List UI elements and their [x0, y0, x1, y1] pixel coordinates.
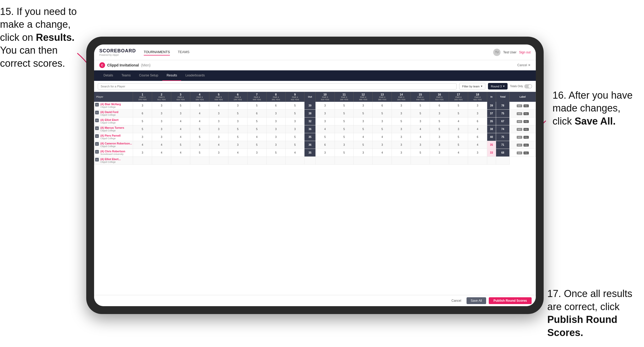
- score-cell[interactable]: [228, 157, 247, 165]
- score-hole-5[interactable]: 3: [209, 125, 228, 133]
- score-hole-5[interactable]: 3: [209, 110, 228, 117]
- score-hole-3[interactable]: 5: [171, 102, 190, 110]
- score-hole-14[interactable]: 5: [392, 117, 411, 125]
- score-hole-10[interactable]: 3: [315, 149, 335, 157]
- score-hole-3[interactable]: 4: [171, 125, 190, 133]
- score-hole-17[interactable]: 3: [449, 125, 468, 133]
- score-hole-15[interactable]: 3: [411, 117, 430, 125]
- score-hole-18[interactable]: 4: [468, 125, 487, 133]
- score-hole-16[interactable]: 5: [430, 117, 449, 125]
- search-input[interactable]: [98, 83, 457, 89]
- score-hole-18[interactable]: 4: [468, 141, 487, 149]
- score-hole-12[interactable]: 3: [354, 149, 373, 157]
- score-cell[interactable]: [247, 157, 266, 165]
- score-hole-10[interactable]: 6: [315, 141, 335, 149]
- score-hole-7[interactable]: 6: [247, 110, 266, 117]
- score-hole-15[interactable]: 5: [411, 102, 430, 110]
- score-cell[interactable]: [487, 157, 496, 165]
- score-hole-13[interactable]: 3: [373, 141, 392, 149]
- dq-button[interactable]: DQ: [524, 128, 529, 131]
- score-hole-2[interactable]: 4: [152, 141, 171, 149]
- score-hole-5[interactable]: 4: [209, 141, 228, 149]
- dq-button[interactable]: DQ: [524, 136, 529, 139]
- score-hole-9[interactable]: 5: [285, 110, 304, 117]
- score-hole-17[interactable]: 5: [449, 102, 468, 110]
- score-hole-18[interactable]: 3: [468, 149, 487, 157]
- score-hole-8[interactable]: 5: [266, 149, 285, 157]
- score-hole-14[interactable]: 3: [392, 149, 411, 157]
- score-hole-13[interactable]: 3: [373, 117, 392, 125]
- score-hole-8[interactable]: 3: [266, 110, 285, 117]
- save-all-button[interactable]: Save All: [467, 297, 486, 304]
- score-hole-16[interactable]: 3: [430, 110, 449, 117]
- score-hole-13[interactable]: 4: [373, 133, 392, 141]
- dq-button[interactable]: DQ: [524, 120, 529, 123]
- score-hole-2[interactable]: 3: [152, 102, 171, 110]
- score-hole-3[interactable]: 3: [171, 110, 190, 117]
- sign-out-link[interactable]: Sign out: [519, 51, 531, 54]
- publish-round-scores-button[interactable]: Publish Round Scores: [489, 297, 532, 304]
- score-hole-15[interactable]: 5: [411, 110, 430, 117]
- score-hole-13[interactable]: 4: [373, 149, 392, 157]
- score-hole-6[interactable]: 5: [228, 133, 247, 141]
- score-cell[interactable]: [304, 157, 315, 165]
- score-hole-4[interactable]: 3: [190, 141, 209, 149]
- tab-leaderboards[interactable]: Leaderboards: [181, 70, 209, 81]
- score-hole-4[interactable]: 5: [190, 133, 209, 141]
- score-hole-18[interactable]: 3: [468, 110, 487, 117]
- score-hole-16[interactable]: 3: [430, 133, 449, 141]
- score-hole-8[interactable]: 3: [266, 117, 285, 125]
- tab-teams[interactable]: Teams: [117, 70, 135, 81]
- score-hole-14[interactable]: 3: [392, 141, 411, 149]
- score-hole-12[interactable]: 3: [354, 117, 373, 125]
- score-hole-6[interactable]: 3: [228, 117, 247, 125]
- nav-tournaments[interactable]: TOURNAMENTS: [144, 49, 170, 55]
- score-hole-15[interactable]: 4: [411, 133, 430, 141]
- score-cell[interactable]: [392, 157, 411, 165]
- score-hole-14[interactable]: 3: [392, 102, 411, 110]
- score-hole-17[interactable]: 5: [449, 110, 468, 117]
- score-hole-4[interactable]: 4: [190, 117, 209, 125]
- score-hole-2[interactable]: 3: [152, 110, 171, 117]
- score-hole-14[interactable]: 3: [392, 110, 411, 117]
- dq-button[interactable]: DQ: [524, 112, 529, 115]
- wd-button[interactable]: WD: [517, 112, 522, 115]
- cancel-button[interactable]: Cancel: [449, 298, 464, 304]
- score-hole-10[interactable]: 3: [315, 117, 335, 125]
- score-hole-9[interactable]: 3: [285, 117, 304, 125]
- score-hole-10[interactable]: 3: [315, 102, 335, 110]
- score-hole-6[interactable]: 4: [228, 149, 247, 157]
- score-hole-11[interactable]: 5: [335, 149, 354, 157]
- score-cell[interactable]: [266, 157, 285, 165]
- score-hole-11[interactable]: 5: [335, 133, 354, 141]
- score-hole-7[interactable]: 4: [247, 133, 266, 141]
- score-hole-11[interactable]: 3: [335, 141, 354, 149]
- score-cell[interactable]: [373, 157, 392, 165]
- score-hole-12[interactable]: 3: [354, 102, 373, 110]
- dq-button[interactable]: DQ: [524, 152, 529, 154]
- score-hole-8[interactable]: 3: [266, 133, 285, 141]
- score-hole-9[interactable]: 5: [285, 102, 304, 110]
- cancel-tournament[interactable]: Cancel ✕: [517, 63, 531, 67]
- score-hole-1[interactable]: 6: [133, 110, 152, 117]
- score-cell[interactable]: [152, 157, 171, 165]
- score-hole-5[interactable]: 3: [209, 133, 228, 141]
- score-cell[interactable]: [315, 157, 335, 165]
- score-hole-11[interactable]: 5: [335, 102, 354, 110]
- score-hole-8[interactable]: 3: [266, 125, 285, 133]
- score-hole-6[interactable]: 3: [228, 102, 247, 110]
- score-hole-16[interactable]: 3: [430, 149, 449, 157]
- score-hole-4[interactable]: 5: [190, 102, 209, 110]
- score-hole-12[interactable]: 5: [354, 110, 373, 117]
- score-cell[interactable]: [449, 157, 468, 165]
- filter-by-team-dropdown[interactable]: Filter by team ▾: [459, 83, 485, 89]
- score-hole-14[interactable]: 3: [392, 133, 411, 141]
- score-hole-12[interactable]: 4: [354, 133, 373, 141]
- wd-button[interactable]: WD: [517, 128, 522, 131]
- score-cell[interactable]: [285, 157, 304, 165]
- score-hole-7[interactable]: 5: [247, 141, 266, 149]
- dq-button[interactable]: DQ: [524, 144, 529, 147]
- score-hole-6[interactable]: 5: [228, 125, 247, 133]
- score-hole-16[interactable]: 5: [430, 125, 449, 133]
- tab-details[interactable]: Details: [99, 70, 117, 81]
